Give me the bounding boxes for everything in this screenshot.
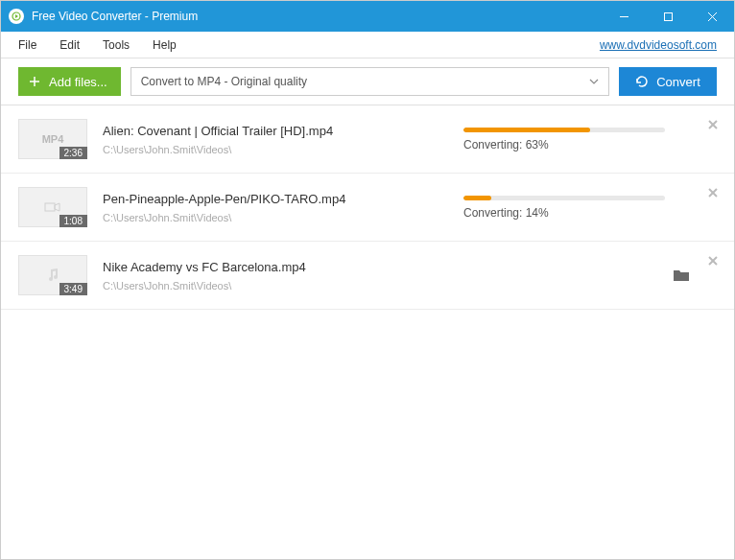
window-controls — [602, 1, 734, 32]
open-folder-button[interactable] — [673, 268, 690, 282]
progress-bar — [463, 196, 665, 200]
toolbar: Add files... Convert to MP4 - Original q… — [1, 58, 734, 105]
thumb-format-label: MP4 — [42, 133, 64, 145]
close-icon — [707, 119, 719, 130]
file-list: MP4 2:36 Alien: Covenant | Official Trai… — [1, 105, 734, 310]
remove-file-button[interactable] — [707, 253, 721, 267]
file-duration: 2:36 — [59, 147, 87, 159]
maximize-button[interactable] — [646, 1, 690, 32]
file-info: Pen-Pineapple-Apple-Pen/PIKO-TARO.mp4 C:… — [103, 192, 463, 223]
file-row: 1:08 Pen-Pineapple-Apple-Pen/PIKO-TARO.m… — [1, 174, 734, 242]
refresh-icon — [635, 75, 649, 88]
close-button[interactable] — [690, 1, 734, 32]
titlebar: Free Video Converter - Premium — [1, 1, 734, 32]
file-path: C:\Users\John.Smit\Videos\ — [103, 280, 673, 292]
remove-file-button[interactable] — [707, 185, 721, 198]
progress-text: Converting: 14% — [463, 206, 694, 220]
format-select-value: Convert to MP4 - Original quality — [141, 75, 307, 88]
file-row: MP4 2:36 Alien: Covenant | Official Trai… — [1, 105, 734, 174]
svg-rect-9 — [45, 203, 55, 211]
website-link[interactable]: www.dvdvideosoft.com — [600, 38, 723, 52]
file-duration: 3:49 — [59, 283, 87, 295]
file-name: Nike Academy vs FC Barcelona.mp4 — [103, 260, 673, 274]
progress-text: Converting: 63% — [463, 138, 694, 152]
file-info: Alien: Covenant | Official Trailer [HD].… — [103, 124, 463, 155]
progress-column: Converting: 63% — [463, 128, 694, 152]
app-icon — [9, 9, 24, 24]
progress-fill — [463, 128, 590, 132]
music-note-icon — [45, 268, 60, 283]
menu-edit[interactable]: Edit — [48, 35, 91, 56]
close-icon — [707, 187, 719, 198]
file-row: 3:49 Nike Academy vs FC Barcelona.mp4 C:… — [1, 242, 734, 310]
minimize-button[interactable] — [602, 1, 646, 32]
format-select[interactable]: Convert to MP4 - Original quality — [130, 67, 609, 96]
svg-rect-2 — [664, 12, 672, 20]
file-thumbnail: 3:49 — [18, 255, 87, 295]
video-camera-icon — [44, 200, 61, 214]
convert-label: Convert — [656, 75, 700, 89]
menubar: File Edit Tools Help www.dvdvideosoft.co… — [1, 32, 734, 58]
plus-icon — [28, 75, 41, 88]
file-duration: 1:08 — [59, 215, 87, 227]
file-info: Nike Academy vs FC Barcelona.mp4 C:\User… — [103, 260, 673, 292]
file-path: C:\Users\John.Smit\Videos\ — [103, 144, 463, 155]
file-path: C:\Users\John.Smit\Videos\ — [103, 212, 463, 223]
convert-button[interactable]: Convert — [619, 67, 717, 96]
file-name: Pen-Pineapple-Apple-Pen/PIKO-TARO.mp4 — [103, 192, 463, 206]
add-files-button[interactable]: Add files... — [18, 67, 121, 96]
menu-tools[interactable]: Tools — [91, 35, 141, 56]
file-name: Alien: Covenant | Official Trailer [HD].… — [103, 124, 463, 138]
file-thumbnail: 1:08 — [18, 187, 87, 227]
remove-file-button[interactable] — [707, 117, 721, 130]
menu-file[interactable]: File — [12, 35, 48, 56]
window-title: Free Video Converter - Premium — [32, 10, 602, 23]
progress-column: Converting: 14% — [463, 196, 694, 220]
close-icon — [707, 255, 719, 267]
progress-bar — [463, 128, 665, 132]
progress-fill — [463, 196, 491, 200]
menu-help[interactable]: Help — [141, 35, 188, 56]
chevron-down-icon — [589, 79, 599, 84]
add-files-label: Add files... — [49, 75, 107, 89]
file-thumbnail: MP4 2:36 — [18, 119, 87, 159]
